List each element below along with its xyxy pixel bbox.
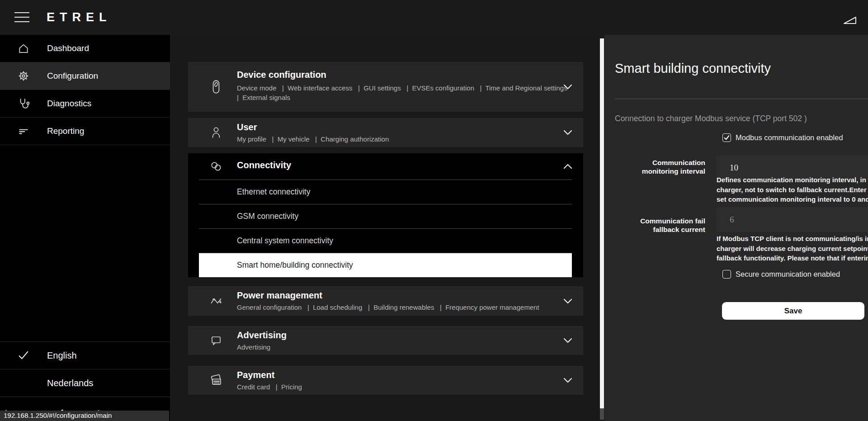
sidebar-item-dashboard[interactable]: Dashboard <box>0 35 170 62</box>
card-subtitle: General configuration | Load scheduling … <box>237 303 539 311</box>
stethoscope-icon <box>17 97 30 110</box>
section-label: Connection to charger Modbus service (TC… <box>615 114 807 123</box>
status-url-tooltip: 192.168.1.250/#!/configuration/main <box>0 411 169 421</box>
card-connectivity-expanded: Connectivity Ethernet connectivity GSM c… <box>188 153 583 277</box>
sidebar-item-configuration[interactable]: Configuration <box>0 62 170 90</box>
card-power-management[interactable]: Power management General configuration |… <box>188 286 583 316</box>
input-value: 10 <box>730 163 738 173</box>
sidebar-item-diagnostics[interactable]: Diagnostics <box>0 90 170 118</box>
sidebar-item-label: Reporting <box>47 126 84 136</box>
scrollbar-thumb[interactable] <box>600 38 604 408</box>
check-icon <box>17 349 30 362</box>
signal-triangle-icon[interactable] <box>843 16 857 24</box>
card-title: Device configuration <box>237 70 326 80</box>
report-icon <box>17 125 30 137</box>
language-label: Nederlands <box>47 378 93 388</box>
language-section: English Nederlands Logout (root@etrel.co… <box>0 341 170 421</box>
language-label: English <box>47 350 77 361</box>
etrel-logo: ETREL <box>47 10 112 24</box>
secure-communication-checkbox[interactable]: Secure communication enabled <box>722 270 840 279</box>
sidebar-item-reporting[interactable]: Reporting <box>0 118 170 145</box>
topbar: ETREL <box>0 0 868 35</box>
subitem-label: Ethernet connectivity <box>237 187 310 197</box>
communication-fail-fallback-current-input[interactable]: 6 <box>717 207 868 232</box>
sidebar: Dashboard Configuration Diagnost <box>0 35 170 421</box>
card-subtitle: | External signals <box>237 94 290 101</box>
card-advertising[interactable]: Advertising Advertising <box>188 326 583 355</box>
chevron-up-icon[interactable] <box>563 164 572 169</box>
subitem-smart-home-building-connectivity[interactable]: Smart home/building connectivity <box>199 253 572 277</box>
card-payment[interactable]: Payment Credit card | Pricing <box>188 366 583 395</box>
card-subtitle: Credit card | Pricing <box>237 383 302 391</box>
card-subtitle: Device mode | Web interface access | GUI… <box>237 84 567 92</box>
checkbox-checked[interactable] <box>722 133 731 142</box>
power-wave-icon <box>207 292 225 310</box>
configuration-main: Device configuration Device mode | Web i… <box>170 35 600 421</box>
subitem-label: GSM connectivity <box>237 212 298 221</box>
card-device-configuration[interactable]: Device configuration Device mode | Web i… <box>188 62 583 112</box>
language-item-english[interactable]: English <box>0 341 170 369</box>
sidebar-item-label: Configuration <box>47 71 98 81</box>
help-text: Defines communication monitoring interva… <box>717 175 868 204</box>
connectivity-header[interactable]: Connectivity <box>188 153 583 180</box>
card-title: Power management <box>237 290 322 301</box>
card-user[interactable]: User My profile | My vehicle | Charging … <box>188 118 583 147</box>
field-label: Communication fail fallback current <box>623 217 705 234</box>
field-label: Communication monitoring interval <box>623 158 705 175</box>
card-subtitle: My profile | My vehicle | Charging autho… <box>237 135 389 143</box>
speech-bubble-icon <box>207 331 225 350</box>
checkbox-label: Modbus communication enabled <box>736 133 843 142</box>
hamburger-menu-icon[interactable] <box>14 12 29 23</box>
subitem-ethernet-connectivity[interactable]: Ethernet connectivity <box>199 180 572 204</box>
chevron-down-icon[interactable] <box>563 378 572 383</box>
card-subtitle: Advertising <box>237 343 270 351</box>
sidebar-item-label: Dashboard <box>47 43 89 53</box>
home-icon <box>17 42 30 55</box>
chevron-down-icon[interactable] <box>563 130 572 135</box>
chevron-down-icon[interactable] <box>563 338 572 343</box>
subitem-label: Smart home/building connectivity <box>237 260 353 270</box>
input-value: 6 <box>730 215 734 225</box>
scrollbar-track[interactable] <box>600 408 604 420</box>
chevron-down-icon[interactable] <box>563 84 572 90</box>
language-item-nederlands[interactable]: Nederlands <box>0 369 170 397</box>
subitem-label: Central system connectivity <box>237 236 333 246</box>
card-title: Connectivity <box>237 160 291 170</box>
card-title: User <box>237 122 257 132</box>
credit-card-icon <box>207 371 225 389</box>
checkbox-label: Secure communication enabled <box>736 270 840 279</box>
sidebar-item-label: Diagnostics <box>47 99 91 109</box>
user-icon <box>207 123 225 142</box>
vertical-scrollbar[interactable] <box>600 38 604 420</box>
card-title: Payment <box>237 370 274 380</box>
modbus-communication-checkbox[interactable]: Modbus communication enabled <box>722 133 843 142</box>
chevron-down-icon[interactable] <box>563 298 572 304</box>
gear-icon <box>17 70 30 82</box>
smart-building-connectivity-panel: Smart building connectivity Connection t… <box>604 35 868 421</box>
save-button[interactable]: Save <box>722 302 864 320</box>
device-icon <box>207 78 225 96</box>
link-icon <box>207 157 225 175</box>
card-title: Advertising <box>237 330 287 341</box>
help-text: If Modbus TCP client is not communicatin… <box>717 234 868 263</box>
divider <box>615 99 868 99</box>
checkbox-unchecked[interactable] <box>722 270 731 279</box>
panel-title: Smart building connectivity <box>615 61 771 76</box>
subitem-gsm-connectivity[interactable]: GSM connectivity <box>199 204 572 228</box>
subitem-central-system-connectivity[interactable]: Central system connectivity <box>199 228 572 253</box>
